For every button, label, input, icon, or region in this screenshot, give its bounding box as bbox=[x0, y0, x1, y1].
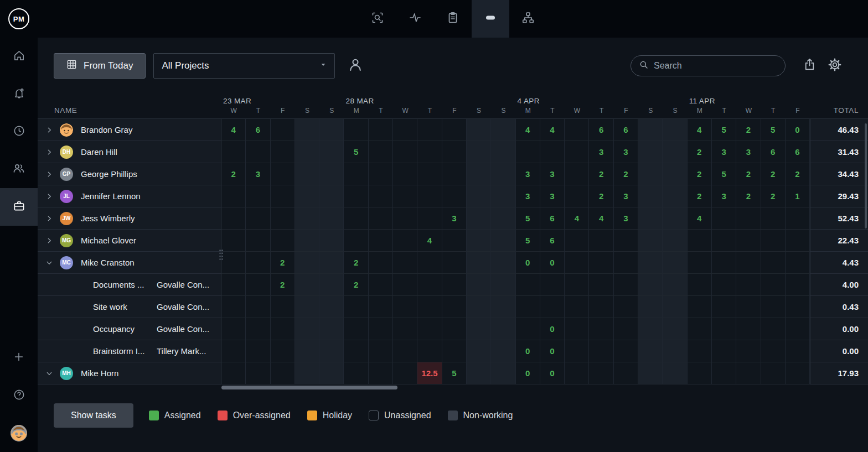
allocation-cell[interactable] bbox=[467, 318, 491, 340]
allocation-cell[interactable] bbox=[442, 119, 467, 141]
allocation-cell[interactable] bbox=[393, 252, 417, 274]
allocation-cell[interactable] bbox=[319, 230, 344, 252]
allocation-cell[interactable] bbox=[417, 141, 442, 163]
allocation-cell[interactable] bbox=[319, 362, 344, 385]
allocation-cell[interactable] bbox=[271, 318, 295, 340]
allocation-cell[interactable] bbox=[540, 141, 565, 163]
allocation-cell[interactable] bbox=[565, 296, 589, 318]
allocation-cell[interactable] bbox=[417, 185, 442, 207]
allocation-cell[interactable]: 2 bbox=[761, 163, 786, 185]
allocation-cell[interactable] bbox=[417, 163, 442, 185]
allocation-cell[interactable]: 5 bbox=[761, 119, 786, 141]
horizontal-scrollbar[interactable] bbox=[221, 386, 397, 389]
allocation-cell[interactable] bbox=[761, 230, 786, 252]
allocation-cell[interactable] bbox=[442, 252, 467, 274]
resource-name-cell[interactable]: JWJess Wimberly bbox=[38, 207, 221, 230]
task-row[interactable]: Documents ...Govalle Con...224.00 bbox=[38, 274, 868, 296]
allocation-cell[interactable] bbox=[221, 141, 246, 163]
allocation-cell[interactable] bbox=[319, 141, 344, 163]
sidebar-item-profile[interactable] bbox=[0, 414, 38, 452]
allocation-cell[interactable] bbox=[638, 141, 663, 163]
allocation-cell[interactable] bbox=[369, 252, 393, 274]
allocation-cell[interactable] bbox=[467, 141, 491, 163]
allocation-cell[interactable]: 5 bbox=[712, 119, 736, 141]
search-input[interactable] bbox=[654, 61, 777, 71]
allocation-cell[interactable] bbox=[736, 207, 761, 230]
allocation-cell[interactable] bbox=[688, 318, 712, 340]
allocation-cell[interactable]: 5 bbox=[516, 230, 540, 252]
allocation-cell[interactable] bbox=[712, 230, 736, 252]
allocation-cell[interactable] bbox=[295, 362, 319, 385]
task-row[interactable]: OccupancyGovalle Con...00.00 bbox=[38, 318, 868, 340]
allocation-cell[interactable] bbox=[565, 252, 589, 274]
allocation-cell[interactable] bbox=[246, 340, 270, 362]
allocation-cell[interactable]: 6 bbox=[786, 141, 810, 163]
allocation-cell[interactable] bbox=[417, 119, 442, 141]
resource-row[interactable]: DHDaren Hill5332336631.43 bbox=[38, 141, 868, 163]
allocation-cell[interactable] bbox=[344, 185, 368, 207]
allocation-cell[interactable] bbox=[663, 163, 687, 185]
allocation-cell[interactable] bbox=[467, 274, 491, 296]
allocation-cell[interactable] bbox=[467, 252, 491, 274]
allocation-cell[interactable] bbox=[663, 207, 687, 230]
allocation-cell[interactable]: 6 bbox=[589, 119, 613, 141]
allocation-cell[interactable] bbox=[516, 318, 540, 340]
allocation-cell[interactable] bbox=[589, 296, 613, 318]
allocation-cell[interactable] bbox=[491, 185, 515, 207]
allocation-cell[interactable] bbox=[614, 340, 638, 362]
allocation-cell[interactable] bbox=[221, 340, 246, 362]
allocation-cell[interactable] bbox=[344, 163, 368, 185]
allocation-cell[interactable] bbox=[295, 163, 319, 185]
allocation-cell[interactable] bbox=[344, 296, 368, 318]
allocation-cell[interactable] bbox=[663, 141, 687, 163]
allocation-cell[interactable] bbox=[442, 163, 467, 185]
allocation-cell[interactable] bbox=[614, 274, 638, 296]
allocation-cell[interactable]: 2 bbox=[614, 163, 638, 185]
allocation-cell[interactable]: 2 bbox=[736, 163, 761, 185]
allocation-cell[interactable] bbox=[688, 274, 712, 296]
tab-activity[interactable] bbox=[396, 0, 434, 38]
allocation-cell[interactable] bbox=[491, 296, 515, 318]
allocation-cell[interactable] bbox=[540, 274, 565, 296]
allocation-cell[interactable]: 3 bbox=[712, 185, 736, 207]
allocation-cell[interactable]: 5 bbox=[516, 207, 540, 230]
allocation-cell[interactable] bbox=[688, 296, 712, 318]
allocation-cell[interactable] bbox=[565, 230, 589, 252]
allocation-cell[interactable] bbox=[736, 230, 761, 252]
allocation-cell[interactable] bbox=[393, 296, 417, 318]
resource-name-cell[interactable]: JLJennifer Lennon bbox=[38, 185, 221, 207]
sidebar-item-time[interactable] bbox=[0, 113, 38, 150]
allocation-cell[interactable] bbox=[221, 252, 246, 274]
allocation-cell[interactable] bbox=[688, 340, 712, 362]
allocation-cell[interactable] bbox=[344, 362, 368, 385]
allocation-cell[interactable] bbox=[221, 207, 246, 230]
allocation-cell[interactable] bbox=[467, 185, 491, 207]
allocation-cell[interactable] bbox=[688, 362, 712, 385]
allocation-cell[interactable] bbox=[319, 185, 344, 207]
allocation-cell[interactable] bbox=[295, 185, 319, 207]
allocation-cell[interactable] bbox=[491, 252, 515, 274]
allocation-cell[interactable] bbox=[246, 230, 270, 252]
allocation-cell[interactable]: 3 bbox=[614, 185, 638, 207]
allocation-cell[interactable] bbox=[467, 207, 491, 230]
chevron-right-icon[interactable] bbox=[44, 237, 54, 245]
allocation-cell[interactable] bbox=[271, 362, 295, 385]
allocation-cell[interactable] bbox=[712, 296, 736, 318]
allocation-cell[interactable] bbox=[736, 252, 761, 274]
allocation-cell[interactable] bbox=[589, 230, 613, 252]
allocation-cell[interactable] bbox=[344, 340, 368, 362]
allocation-cell[interactable]: 0 bbox=[540, 318, 565, 340]
allocation-cell[interactable]: 3 bbox=[589, 141, 613, 163]
resource-name-cell[interactable]: GPGeorge Phillips bbox=[38, 163, 221, 185]
allocation-cell[interactable] bbox=[442, 185, 467, 207]
chevron-down-icon[interactable] bbox=[44, 370, 54, 377]
allocation-cell[interactable]: 6 bbox=[246, 119, 270, 141]
allocation-cell[interactable] bbox=[761, 207, 786, 230]
allocation-cell[interactable] bbox=[565, 362, 589, 385]
resource-row[interactable]: JLJennifer Lennon33232322129.43 bbox=[38, 185, 868, 207]
allocation-cell[interactable] bbox=[442, 141, 467, 163]
allocation-cell[interactable] bbox=[491, 141, 515, 163]
allocation-cell[interactable] bbox=[369, 274, 393, 296]
allocation-cell[interactable] bbox=[786, 207, 810, 230]
allocation-cell[interactable] bbox=[319, 340, 344, 362]
